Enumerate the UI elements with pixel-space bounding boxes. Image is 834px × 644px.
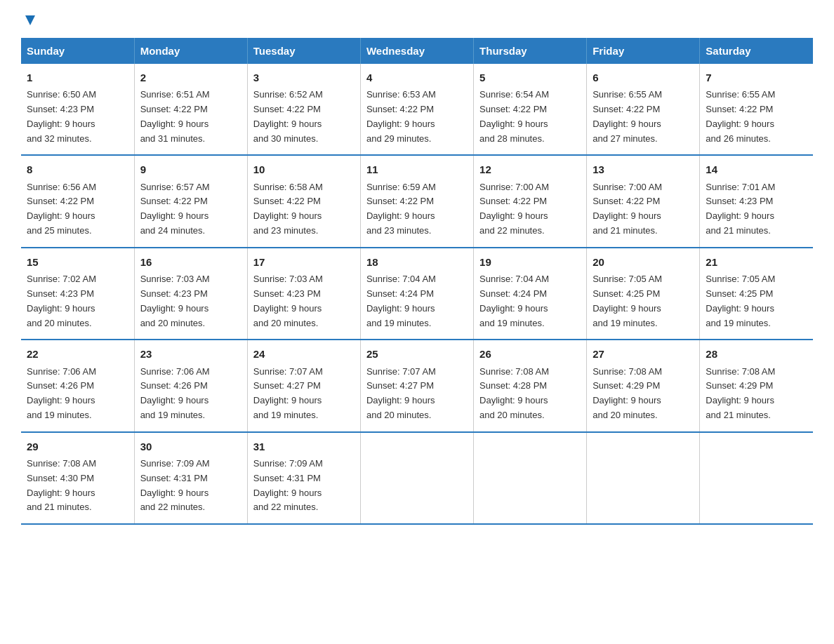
weekday-header-monday: Monday bbox=[134, 38, 247, 64]
calendar-cell bbox=[700, 432, 813, 524]
day-number: 5 bbox=[479, 69, 581, 86]
weekday-header-sunday: Sunday bbox=[21, 38, 134, 64]
calendar-week-row: 1 Sunrise: 6:50 AM Sunset: 4:23 PM Dayli… bbox=[21, 64, 813, 155]
calendar-cell: 30 Sunrise: 7:09 AM Sunset: 4:31 PM Dayl… bbox=[134, 432, 247, 524]
day-number: 16 bbox=[140, 254, 241, 270]
day-number: 21 bbox=[706, 254, 807, 270]
day-number: 18 bbox=[366, 254, 468, 270]
calendar-week-row: 8 Sunrise: 6:56 AM Sunset: 4:22 PM Dayli… bbox=[21, 155, 813, 247]
calendar-cell: 6 Sunrise: 6:55 AM Sunset: 4:22 PM Dayli… bbox=[587, 64, 700, 155]
day-number: 2 bbox=[140, 69, 241, 86]
calendar-table: SundayMondayTuesdayWednesdayThursdayFrid… bbox=[21, 38, 813, 525]
day-number: 27 bbox=[593, 346, 694, 362]
calendar-cell: 18 Sunrise: 7:04 AM Sunset: 4:24 PM Dayl… bbox=[360, 248, 473, 340]
calendar-cell: 8 Sunrise: 6:56 AM Sunset: 4:22 PM Dayli… bbox=[21, 155, 134, 247]
logo-arrow-icon bbox=[22, 13, 38, 28]
day-number: 3 bbox=[253, 69, 355, 86]
weekday-header-tuesday: Tuesday bbox=[247, 38, 360, 64]
calendar-cell: 9 Sunrise: 6:57 AM Sunset: 4:22 PM Dayli… bbox=[134, 155, 247, 247]
day-info: Sunrise: 7:07 AM Sunset: 4:27 PM Dayligh… bbox=[366, 365, 468, 423]
day-info: Sunrise: 6:50 AM Sunset: 4:23 PM Dayligh… bbox=[27, 88, 128, 146]
calendar-cell: 25 Sunrise: 7:07 AM Sunset: 4:27 PM Dayl… bbox=[360, 340, 473, 431]
calendar-cell: 15 Sunrise: 7:02 AM Sunset: 4:23 PM Dayl… bbox=[21, 248, 134, 340]
day-info: Sunrise: 7:04 AM Sunset: 4:24 PM Dayligh… bbox=[366, 272, 468, 330]
calendar-cell: 5 Sunrise: 6:54 AM Sunset: 4:22 PM Dayli… bbox=[474, 64, 587, 155]
day-info: Sunrise: 7:06 AM Sunset: 4:26 PM Dayligh… bbox=[27, 365, 128, 423]
weekday-header-friday: Friday bbox=[587, 38, 700, 64]
page-header bbox=[21, 14, 813, 24]
day-number: 14 bbox=[706, 161, 807, 177]
day-info: Sunrise: 7:02 AM Sunset: 4:23 PM Dayligh… bbox=[27, 272, 128, 330]
day-info: Sunrise: 7:01 AM Sunset: 4:23 PM Dayligh… bbox=[706, 180, 807, 239]
day-info: Sunrise: 7:07 AM Sunset: 4:27 PM Dayligh… bbox=[253, 365, 355, 423]
day-info: Sunrise: 6:56 AM Sunset: 4:22 PM Dayligh… bbox=[27, 180, 128, 239]
day-number: 1 bbox=[27, 69, 128, 86]
day-info: Sunrise: 6:51 AM Sunset: 4:22 PM Dayligh… bbox=[140, 88, 241, 146]
calendar-week-row: 29 Sunrise: 7:08 AM Sunset: 4:30 PM Dayl… bbox=[21, 432, 813, 524]
calendar-cell: 12 Sunrise: 7:00 AM Sunset: 4:22 PM Dayl… bbox=[474, 155, 587, 247]
day-info: Sunrise: 7:08 AM Sunset: 4:28 PM Dayligh… bbox=[479, 365, 581, 423]
day-number: 28 bbox=[706, 346, 807, 362]
day-number: 31 bbox=[253, 438, 355, 455]
day-number: 8 bbox=[27, 161, 128, 177]
calendar-cell: 23 Sunrise: 7:06 AM Sunset: 4:26 PM Dayl… bbox=[134, 340, 247, 431]
day-info: Sunrise: 7:00 AM Sunset: 4:22 PM Dayligh… bbox=[593, 180, 694, 239]
day-number: 10 bbox=[253, 161, 355, 177]
calendar-cell: 16 Sunrise: 7:03 AM Sunset: 4:23 PM Dayl… bbox=[134, 248, 247, 340]
day-number: 29 bbox=[27, 438, 128, 455]
day-info: Sunrise: 6:59 AM Sunset: 4:22 PM Dayligh… bbox=[366, 180, 468, 239]
day-info: Sunrise: 7:08 AM Sunset: 4:30 PM Dayligh… bbox=[27, 457, 128, 515]
calendar-cell: 17 Sunrise: 7:03 AM Sunset: 4:23 PM Dayl… bbox=[247, 248, 360, 340]
calendar-cell: 28 Sunrise: 7:08 AM Sunset: 4:29 PM Dayl… bbox=[700, 340, 813, 431]
day-number: 24 bbox=[253, 346, 355, 362]
calendar-cell: 24 Sunrise: 7:07 AM Sunset: 4:27 PM Dayl… bbox=[247, 340, 360, 431]
weekday-header-thursday: Thursday bbox=[474, 38, 587, 64]
day-info: Sunrise: 7:00 AM Sunset: 4:22 PM Dayligh… bbox=[479, 180, 581, 239]
day-info: Sunrise: 7:05 AM Sunset: 4:25 PM Dayligh… bbox=[706, 272, 807, 330]
day-number: 12 bbox=[479, 161, 581, 177]
day-number: 30 bbox=[140, 438, 241, 455]
weekday-header-wednesday: Wednesday bbox=[360, 38, 473, 64]
day-number: 6 bbox=[593, 69, 694, 86]
day-info: Sunrise: 7:09 AM Sunset: 4:31 PM Dayligh… bbox=[253, 457, 355, 515]
day-number: 4 bbox=[366, 69, 468, 86]
day-info: Sunrise: 6:55 AM Sunset: 4:22 PM Dayligh… bbox=[593, 88, 694, 146]
calendar-cell: 1 Sunrise: 6:50 AM Sunset: 4:23 PM Dayli… bbox=[21, 64, 134, 155]
day-info: Sunrise: 7:09 AM Sunset: 4:31 PM Dayligh… bbox=[140, 457, 241, 515]
day-info: Sunrise: 7:08 AM Sunset: 4:29 PM Dayligh… bbox=[706, 365, 807, 423]
calendar-cell: 21 Sunrise: 7:05 AM Sunset: 4:25 PM Dayl… bbox=[700, 248, 813, 340]
day-number: 23 bbox=[140, 346, 241, 362]
logo bbox=[21, 14, 38, 24]
calendar-cell bbox=[587, 432, 700, 524]
day-number: 9 bbox=[140, 161, 241, 177]
weekday-header-row: SundayMondayTuesdayWednesdayThursdayFrid… bbox=[21, 38, 813, 64]
calendar-cell: 11 Sunrise: 6:59 AM Sunset: 4:22 PM Dayl… bbox=[360, 155, 473, 247]
day-number: 25 bbox=[366, 346, 468, 362]
day-info: Sunrise: 7:03 AM Sunset: 4:23 PM Dayligh… bbox=[253, 272, 355, 330]
calendar-cell: 14 Sunrise: 7:01 AM Sunset: 4:23 PM Dayl… bbox=[700, 155, 813, 247]
calendar-cell: 2 Sunrise: 6:51 AM Sunset: 4:22 PM Dayli… bbox=[134, 64, 247, 155]
day-info: Sunrise: 6:58 AM Sunset: 4:22 PM Dayligh… bbox=[253, 180, 355, 239]
calendar-cell: 13 Sunrise: 7:00 AM Sunset: 4:22 PM Dayl… bbox=[587, 155, 700, 247]
calendar-cell: 7 Sunrise: 6:55 AM Sunset: 4:22 PM Dayli… bbox=[700, 64, 813, 155]
day-number: 22 bbox=[27, 346, 128, 362]
day-number: 26 bbox=[479, 346, 581, 362]
calendar-cell: 10 Sunrise: 6:58 AM Sunset: 4:22 PM Dayl… bbox=[247, 155, 360, 247]
day-number: 7 bbox=[706, 69, 807, 86]
weekday-header-saturday: Saturday bbox=[700, 38, 813, 64]
calendar-cell: 29 Sunrise: 7:08 AM Sunset: 4:30 PM Dayl… bbox=[21, 432, 134, 524]
calendar-week-row: 22 Sunrise: 7:06 AM Sunset: 4:26 PM Dayl… bbox=[21, 340, 813, 431]
day-number: 13 bbox=[593, 161, 694, 177]
day-info: Sunrise: 7:08 AM Sunset: 4:29 PM Dayligh… bbox=[593, 365, 694, 423]
calendar-cell: 3 Sunrise: 6:52 AM Sunset: 4:22 PM Dayli… bbox=[247, 64, 360, 155]
day-info: Sunrise: 7:04 AM Sunset: 4:24 PM Dayligh… bbox=[479, 272, 581, 330]
calendar-cell: 19 Sunrise: 7:04 AM Sunset: 4:24 PM Dayl… bbox=[474, 248, 587, 340]
day-info: Sunrise: 7:06 AM Sunset: 4:26 PM Dayligh… bbox=[140, 365, 241, 423]
day-info: Sunrise: 6:57 AM Sunset: 4:22 PM Dayligh… bbox=[140, 180, 241, 239]
day-number: 17 bbox=[253, 254, 355, 270]
calendar-cell bbox=[360, 432, 473, 524]
day-info: Sunrise: 7:03 AM Sunset: 4:23 PM Dayligh… bbox=[140, 272, 241, 330]
day-info: Sunrise: 6:55 AM Sunset: 4:22 PM Dayligh… bbox=[706, 88, 807, 146]
day-info: Sunrise: 6:54 AM Sunset: 4:22 PM Dayligh… bbox=[479, 88, 581, 146]
day-number: 20 bbox=[593, 254, 694, 270]
